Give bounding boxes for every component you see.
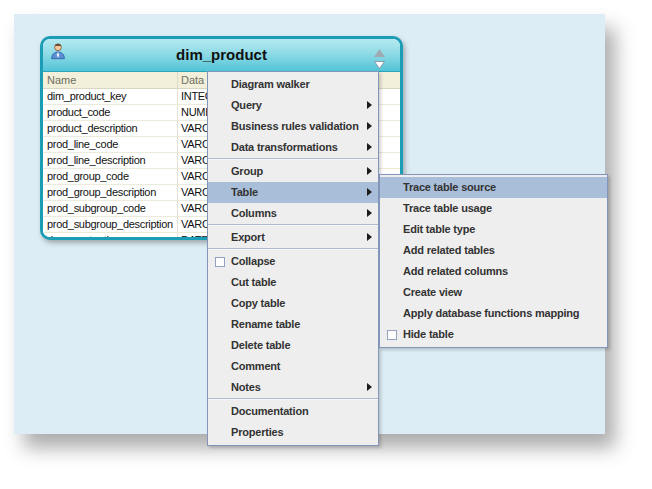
context-menu-item-export[interactable]: Export [208,227,378,248]
submenu-arrow-icon [367,101,372,109]
context-menu-item-properties[interactable]: Properties [208,422,378,443]
cell-name: prod_group_code [43,169,178,184]
context-menu-item-collapse[interactable]: Collapse [208,251,378,272]
cell-name: prod_line_code [43,137,178,152]
context-menu-item-delete-table[interactable]: Delete table [208,335,378,356]
context-menu-item-group[interactable]: Group [208,161,378,182]
table-title: dim_product [43,39,400,71]
context-menu-separator [208,398,378,400]
submenu-item-label: Create view [403,286,462,298]
submenu-arrow-icon [367,188,372,196]
context-menu-item-rename-table[interactable]: Rename table [208,314,378,335]
submenu-arrow-icon [367,167,372,175]
context-menu-item-label: Query [231,99,262,111]
submenu-item-label: Edit table type [403,223,475,235]
submenu-arrow-icon [367,122,372,130]
context-menu-item-label: Business rules validation [231,120,359,132]
submenu-item-label: Trace table usage [403,202,492,214]
submenu-item-label: Trace table source [403,181,496,193]
submenu-arrow-icon [367,209,372,217]
context-menu-item-label: Group [231,165,263,177]
context-menu-item-label: Comment [231,360,280,372]
context-menu-item-comment[interactable]: Comment [208,356,378,377]
context-menu-item-label: Export [231,231,265,243]
context-menu-separator [208,248,378,250]
submenu-item-trace-table-source[interactable]: Trace table source [380,177,607,198]
submenu-item-edit-table-type[interactable]: Edit table type [380,219,607,240]
context-menu-item-label: Table [231,186,258,198]
context-menu-separator [208,224,378,226]
context-menu-item-label: Diagram walker [231,78,310,90]
context-menu-item-notes[interactable]: Notes [208,377,378,398]
context-menu-item-business-rules-validation[interactable]: Business rules validation [208,116,378,137]
context-menu-item-label: Documentation [231,405,308,417]
context-menu-item-cut-table[interactable]: Cut table [208,272,378,293]
submenu-item-create-view[interactable]: Create view [380,282,607,303]
cell-name: dss_create_time [43,233,178,240]
context-menu-item-label: Data transformations [231,141,338,153]
diagram-canvas: dim_product Name Data type dim_product_k… [14,14,605,434]
context-menu-item-query[interactable]: Query [208,95,378,116]
submenu-item-add-related-columns[interactable]: Add related columns [380,261,607,282]
cell-name: dim_product_key [43,89,178,104]
submenu-item-label: Add related tables [403,244,495,256]
context-menu: Diagram walkerQueryBusiness rules valida… [207,71,379,446]
context-menu-item-label: Copy table [231,297,285,309]
context-menu-item-documentation[interactable]: Documentation [208,401,378,422]
submenu-item-label: Hide table [403,328,454,340]
column-header-name: Name [43,72,178,88]
submenu-item-label: Apply database functions mapping [403,307,579,319]
context-menu-item-label: Columns [231,207,277,219]
context-menu-item-data-transformations[interactable]: Data transformations [208,137,378,158]
submenu-item-apply-database-functions-mapping[interactable]: Apply database functions mapping [380,303,607,324]
person-icon [49,42,67,60]
cell-name: prod_group_description [43,185,178,200]
context-menu-item-label: Delete table [231,339,290,351]
context-menu-item-label: Notes [231,381,261,393]
submenu-item-hide-table[interactable]: Hide table [380,324,607,345]
cell-name: product_description [43,121,178,136]
table-card-header[interactable]: dim_product [43,39,400,72]
context-menu-item-columns[interactable]: Columns [208,203,378,224]
context-menu-item-label: Cut table [231,276,276,288]
cell-name: prod_subgroup_description [43,217,178,232]
scroll-up-icon[interactable] [374,43,385,51]
checkbox-icon [215,257,225,267]
submenu-arrow-icon [367,383,372,391]
context-menu-item-label: Properties [231,426,283,438]
context-menu-item-diagram-walker[interactable]: Diagram walker [208,74,378,95]
submenu-arrow-icon [367,143,372,151]
submenu-item-trace-table-usage[interactable]: Trace table usage [380,198,607,219]
cell-name: prod_line_description [43,153,178,168]
submenu-item-add-related-tables[interactable]: Add related tables [380,240,607,261]
context-menu-item-table[interactable]: Table [208,182,378,203]
cell-name: prod_subgroup_code [43,201,178,216]
context-menu-item-copy-table[interactable]: Copy table [208,293,378,314]
checkbox-icon [387,330,397,340]
cell-name: product_code [43,105,178,120]
submenu-item-label: Add related columns [403,265,508,277]
submenu-arrow-icon [367,233,372,241]
scroll-down-icon[interactable] [374,55,385,63]
context-menu-separator [208,158,378,160]
context-menu-item-label: Collapse [231,255,275,267]
table-submenu: Trace table sourceTrace table usageEdit … [379,174,608,348]
context-menu-item-label: Rename table [231,318,300,330]
